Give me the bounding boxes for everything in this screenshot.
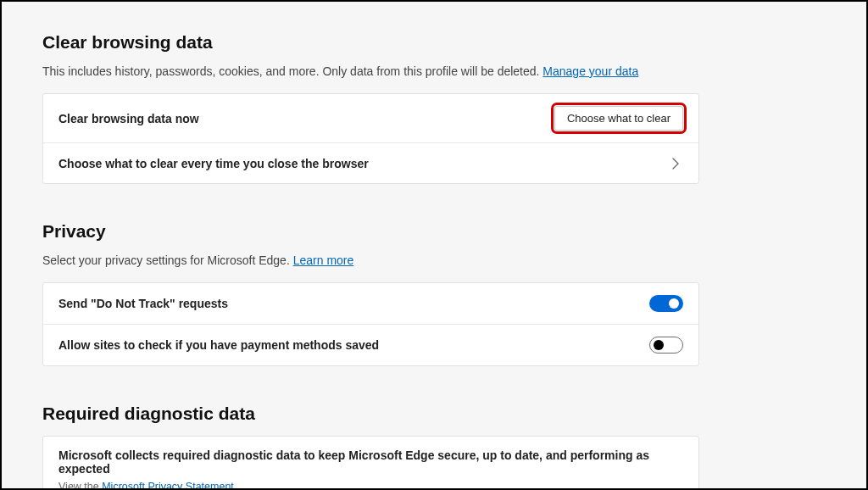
row-clear-now: Clear browsing data now Choose what to c… (43, 94, 698, 142)
payment-methods-label: Allow sites to check if you have payment… (58, 338, 379, 352)
clear-browsing-data-desc: This includes history, passwords, cookie… (42, 64, 836, 78)
settings-page: Clear browsing data This includes histor… (2, 2, 866, 488)
toggle-knob (654, 340, 664, 350)
microsoft-privacy-statement-link[interactable]: Microsoft Privacy Statement (102, 481, 234, 488)
subnote-prefix: View the (58, 481, 102, 488)
clear-browsing-data-card: Clear browsing data now Choose what to c… (42, 93, 699, 184)
section-privacy: Privacy Select your privacy settings for… (42, 221, 836, 366)
row-payment-methods: Allow sites to check if you have payment… (43, 324, 698, 365)
clear-desc-text: This includes history, passwords, cookie… (42, 64, 542, 78)
privacy-card: Send "Do Not Track" requests Allow sites… (42, 282, 699, 366)
toggle-knob (669, 298, 679, 309)
diagnostic-info-row: Microsoft collects required diagnostic d… (43, 437, 698, 488)
do-not-track-label: Send "Do Not Track" requests (58, 297, 228, 310)
section-clear-browsing-data: Clear browsing data This includes histor… (42, 32, 836, 184)
payment-methods-toggle[interactable] (649, 337, 683, 354)
choose-what-to-clear-button[interactable]: Choose what to clear (554, 106, 683, 131)
diagnostic-card-title: Microsoft collects required diagnostic d… (58, 448, 683, 476)
clear-on-close-label: Choose what to clear every time you clos… (58, 157, 369, 170)
privacy-heading: Privacy (42, 221, 836, 242)
diagnostic-subnote: View the Microsoft Privacy Statement (58, 481, 683, 488)
privacy-desc: Select your privacy settings for Microso… (42, 253, 836, 267)
section-diagnostic-data: Required diagnostic data Microsoft colle… (42, 404, 836, 488)
diagnostic-heading: Required diagnostic data (42, 404, 836, 424)
manage-your-data-link[interactable]: Manage your data (542, 64, 638, 78)
do-not-track-toggle[interactable] (649, 295, 683, 312)
row-do-not-track: Send "Do Not Track" requests (43, 283, 698, 324)
clear-now-label: Clear browsing data now (58, 112, 199, 125)
clear-browsing-data-heading: Clear browsing data (42, 32, 836, 53)
privacy-desc-text: Select your privacy settings for Microso… (42, 253, 293, 267)
row-clear-on-close[interactable]: Choose what to clear every time you clos… (43, 142, 698, 183)
privacy-learn-more-link[interactable]: Learn more (293, 253, 354, 267)
diagnostic-card: Microsoft collects required diagnostic d… (42, 436, 699, 488)
chevron-right-icon (668, 156, 683, 171)
